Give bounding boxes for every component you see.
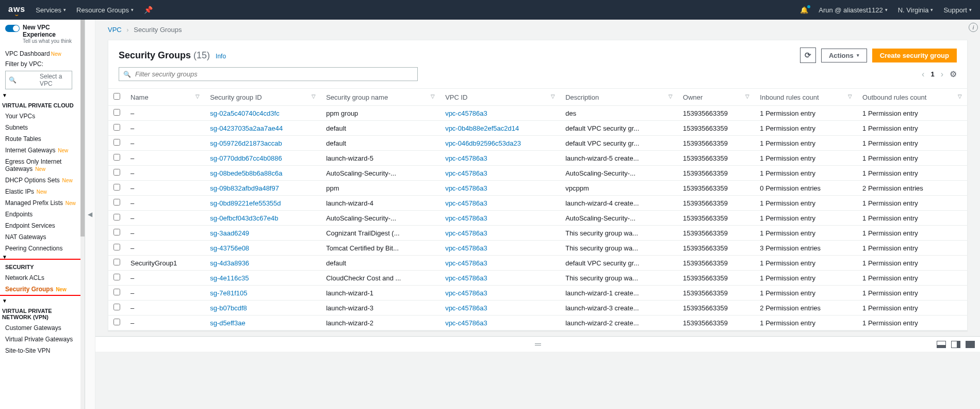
cell-sg-id[interactable]: sg-059726d21873accab — [205, 136, 321, 151]
details-pane-splitter[interactable] — [95, 336, 980, 352]
column-header-0[interactable]: Name▽ — [125, 89, 205, 106]
cell-vpc-id[interactable]: vpc-c45786a3 — [440, 286, 560, 301]
cell-sg-id[interactable]: sg-4e116c35 — [205, 271, 321, 286]
row-checkbox[interactable] — [113, 199, 120, 206]
cell-vpc-id[interactable]: vpc-0b4b88e2ef5ac2d14 — [440, 121, 560, 136]
row-checkbox[interactable] — [113, 274, 120, 280]
row-checkbox[interactable] — [113, 244, 120, 250]
nav-services[interactable]: Services▾ — [36, 6, 66, 14]
cell-sg-id[interactable]: sg-09b832afbd9a48f97 — [205, 181, 321, 196]
sidebar-item-vpc-2[interactable]: Route Tables — [0, 133, 85, 145]
cell-sg-id[interactable]: sg-08bede5b8b6a88c6a — [205, 166, 321, 181]
layout-full-icon[interactable] — [966, 341, 975, 348]
cell-vpc-id[interactable]: vpc-c45786a3 — [440, 151, 560, 166]
nav-user[interactable]: Arun @ aliastest1122▾ — [819, 6, 888, 14]
layout-right-icon[interactable] — [951, 341, 960, 348]
page-prev-icon[interactable]: ‹ — [922, 70, 924, 79]
cell-vpc-id[interactable]: vpc-c45786a3 — [440, 226, 560, 241]
info-link[interactable]: Info — [216, 53, 226, 60]
row-checkbox[interactable] — [113, 319, 120, 325]
sidebar-item-vpc-8[interactable]: Endpoints — [0, 209, 85, 220]
row-checkbox[interactable] — [113, 229, 120, 235]
row-checkbox[interactable] — [113, 259, 120, 265]
row-checkbox[interactable] — [113, 289, 120, 295]
notifications-icon[interactable]: 🔔 — [800, 6, 808, 14]
sidebar-item-vpc-11[interactable]: Peering Connections — [0, 243, 85, 254]
actions-button[interactable]: Actions▾ — [821, 49, 867, 62]
row-checkbox[interactable] — [113, 184, 120, 191]
row-checkbox[interactable] — [113, 139, 120, 146]
cell-vpc-id[interactable]: vpc-c45786a3 — [440, 256, 560, 271]
page-next-icon[interactable]: › — [941, 70, 943, 79]
sidebar-item-vpc-4[interactable]: Egress Only Internet Gateways New — [0, 156, 85, 175]
sidebar-item-vpc-0[interactable]: Your VPCs — [0, 111, 85, 122]
cell-sg-id[interactable]: sg-3aad6249 — [205, 226, 321, 241]
gear-icon[interactable]: ⚙ — [950, 69, 957, 79]
sidebar-item-vpn-1[interactable]: Virtual Private Gateways — [0, 334, 85, 345]
sidebar-collapse-strip[interactable]: ◀ — [85, 20, 95, 409]
row-checkbox[interactable] — [113, 169, 120, 176]
nav-support[interactable]: Support▾ — [943, 6, 972, 14]
cell-vpc-id[interactable]: vpc-c45786a3 — [440, 181, 560, 196]
column-header-3[interactable]: VPC ID▽ — [440, 89, 560, 106]
sidebar-item-vpc-1[interactable]: Subnets — [0, 122, 85, 133]
sidebar-item-vpc-6[interactable]: Elastic IPs New — [0, 186, 85, 197]
sidebar-item-vpc-5[interactable]: DHCP Options Sets New — [0, 175, 85, 186]
aws-logo[interactable]: aws⌣ — [8, 5, 25, 15]
filter-input[interactable] — [135, 70, 413, 78]
pin-icon[interactable]: 📌 — [144, 6, 153, 14]
cell-sg-id[interactable]: sg-04237035a2aa7ae44 — [205, 121, 321, 136]
cell-sg-id[interactable]: sg-d5eff3ae — [205, 316, 321, 331]
nav-region[interactable]: N. Virginia▾ — [898, 6, 934, 14]
row-checkbox[interactable] — [113, 109, 120, 116]
cell-sg-id[interactable]: sg-4d3a8936 — [205, 256, 321, 271]
cell-vpc-id[interactable]: vpc-c45786a3 — [440, 196, 560, 211]
sidebar-item-vpn-2[interactable]: Site-to-Site VPN — [0, 345, 85, 356]
cell-sg-id[interactable]: sg-43756e08 — [205, 241, 321, 256]
layout-bottom-icon[interactable] — [937, 341, 946, 348]
collapse-caret-icon[interactable]: ▼ — [0, 298, 85, 304]
column-header-4[interactable]: Description▽ — [560, 89, 678, 106]
create-security-group-button[interactable]: Create security group — [872, 49, 957, 62]
cell-vpc-id[interactable]: vpc-c45786a3 — [440, 106, 560, 121]
breadcrumb-root[interactable]: VPC — [108, 26, 122, 34]
vpc-filter-select[interactable]: 🔍 Select a VPC — [5, 71, 72, 89]
row-checkbox[interactable] — [113, 154, 120, 161]
cell-sg-id[interactable]: sg-0770ddb67cc4b0886 — [205, 151, 321, 166]
sidebar-item-vpn-0[interactable]: Customer Gateways — [0, 322, 85, 334]
refresh-button[interactable]: ⟳ — [800, 48, 816, 63]
new-experience-toggle[interactable] — [5, 25, 20, 32]
cell-sg-id[interactable]: sg-02a5c40740c4cd3fc — [205, 106, 321, 121]
sidebar-item-security-1[interactable]: Security Groups New — [0, 284, 85, 295]
cell-vpc-id[interactable]: vpc-c45786a3 — [440, 211, 560, 226]
cell-vpc-id[interactable]: vpc-c45786a3 — [440, 301, 560, 316]
sidebar-item-dashboard[interactable]: VPC DashboardNew — [0, 48, 85, 59]
column-header-5[interactable]: Owner▽ — [678, 89, 755, 106]
row-checkbox[interactable] — [113, 214, 120, 221]
cell-sg-id[interactable]: sg-7e81f105 — [205, 286, 321, 301]
cell-sg-id[interactable]: sg-b07bcdf8 — [205, 301, 321, 316]
sidebar-item-vpc-10[interactable]: NAT Gateways — [0, 231, 85, 243]
column-header-1[interactable]: Security group ID▽ — [205, 89, 321, 106]
collapse-caret-icon[interactable]: ▼ — [0, 92, 85, 98]
column-header-7[interactable]: Outbound rules count▽ — [857, 89, 967, 106]
select-all-checkbox[interactable] — [113, 93, 120, 100]
column-header-2[interactable]: Security group name▽ — [321, 89, 440, 106]
info-panel-icon[interactable]: i — [969, 23, 978, 32]
sidebar-item-vpc-9[interactable]: Endpoint Services — [0, 220, 85, 231]
filter-search-box[interactable]: 🔍 — [119, 67, 418, 81]
cell-vpc-id[interactable]: vpc-046db92596c53da23 — [440, 136, 560, 151]
sidebar-item-vpc-7[interactable]: Managed Prefix Lists New — [0, 197, 85, 209]
sidebar-item-security-0[interactable]: Network ACLs — [0, 272, 85, 284]
sidebar-scrollbar[interactable] — [80, 20, 85, 409]
column-header-6[interactable]: Inbound rules count▽ — [755, 89, 857, 106]
cell-vpc-id[interactable]: vpc-c45786a3 — [440, 271, 560, 286]
cell-vpc-id[interactable]: vpc-c45786a3 — [440, 316, 560, 331]
cell-vpc-id[interactable]: vpc-c45786a3 — [440, 241, 560, 256]
cell-sg-id[interactable]: sg-0efbcf043d3c67e4b — [205, 211, 321, 226]
row-checkbox[interactable] — [113, 304, 120, 310]
nav-resource-groups[interactable]: Resource Groups▾ — [76, 6, 134, 14]
cell-sg-id[interactable]: sg-0bd89221efe55355d — [205, 196, 321, 211]
sidebar-item-vpc-3[interactable]: Internet Gateways New — [0, 145, 85, 156]
row-checkbox[interactable] — [113, 124, 120, 131]
